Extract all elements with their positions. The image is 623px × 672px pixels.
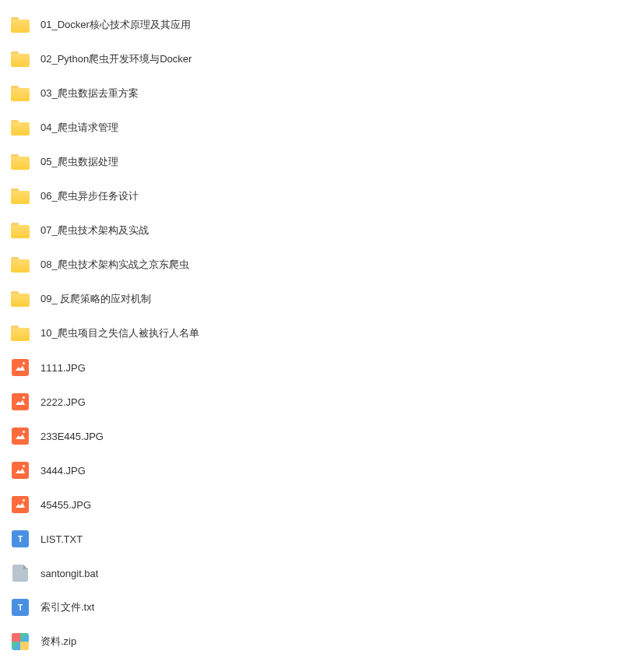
folder-icon [11, 187, 30, 206]
file-item[interactable]: 45455.JPG [0, 487, 623, 522]
text-file-icon: T [11, 530, 30, 548]
file-item[interactable]: 1111.JPG [0, 350, 623, 385]
file-name-label: 01_Docker核心技术原理及其应用 [40, 18, 191, 32]
file-name-label: 04_爬虫请求管理 [40, 121, 118, 135]
file-item[interactable]: 233E445.JPG [0, 419, 623, 453]
generic-file-icon [11, 564, 30, 582]
folder-icon [11, 153, 30, 171]
file-name-label: 03_爬虫数据去重方案 [40, 86, 139, 100]
folder-icon [11, 324, 30, 343]
file-item[interactable]: santongit.bat [0, 556, 623, 590]
file-name-label: 2222.JPG [40, 396, 86, 408]
file-name-label: 07_爬虫技术架构及实战 [40, 223, 149, 237]
file-item[interactable]: 07_爬虫技术架构及实战 [0, 213, 623, 248]
file-item[interactable]: 01_Docker核心技术原理及其应用 [0, 8, 623, 42]
folder-icon [11, 221, 30, 240]
file-name-label: LIST.TXT [40, 533, 83, 545]
folder-icon [11, 84, 30, 103]
image-icon [11, 427, 30, 445]
file-name-label: 索引文件.txt [40, 600, 94, 614]
file-item[interactable]: 04_爬虫请求管理 [0, 111, 623, 145]
file-item[interactable]: 10_爬虫项目之失信人被执行人名单 [0, 316, 623, 350]
image-icon [11, 495, 30, 514]
file-item[interactable]: 06_爬虫异步任务设计 [0, 179, 623, 213]
image-icon [11, 461, 30, 480]
file-name-label: 45455.JPG [40, 499, 91, 511]
file-name-label: 02_Python爬虫开发环境与Docker [40, 52, 192, 66]
folder-icon [11, 118, 30, 137]
folder-icon [11, 255, 30, 274]
archive-icon [11, 632, 30, 651]
file-name-label: 233E445.JPG [40, 431, 104, 442]
file-item[interactable]: 资料.zip [0, 625, 623, 659]
file-list: 01_Docker核心技术原理及其应用02_Python爬虫开发环境与Docke… [0, 8, 623, 659]
file-name-label: 06_爬虫异步任务设计 [40, 189, 139, 203]
file-item[interactable]: 03_爬虫数据去重方案 [0, 76, 623, 111]
file-item[interactable]: TLIST.TXT [0, 522, 623, 556]
file-name-label: 05_爬虫数据处理 [40, 155, 118, 169]
file-item[interactable]: 02_Python爬虫开发环境与Docker [0, 42, 623, 76]
file-name-label: 资料.zip [40, 635, 76, 649]
file-item[interactable]: 2222.JPG [0, 385, 623, 419]
file-name-label: santongit.bat [40, 568, 98, 579]
file-item[interactable]: 08_爬虫技术架构实战之京东爬虫 [0, 248, 623, 282]
file-name-label: 10_爬虫项目之失信人被执行人名单 [40, 326, 199, 340]
file-item[interactable]: 09_ 反爬策略的应对机制 [0, 282, 623, 316]
file-name-label: 3444.JPG [40, 465, 86, 477]
file-name-label: 09_ 反爬策略的应对机制 [40, 292, 151, 306]
file-item[interactable]: 05_爬虫数据处理 [0, 145, 623, 179]
file-item[interactable]: 3444.JPG [0, 453, 623, 487]
folder-icon [11, 16, 30, 34]
file-name-label: 08_爬虫技术架构实战之京东爬虫 [40, 258, 189, 272]
file-item[interactable]: T索引文件.txt [0, 590, 623, 625]
folder-icon [11, 50, 30, 69]
folder-icon [11, 290, 30, 308]
image-icon [11, 358, 30, 377]
text-file-icon: T [11, 598, 30, 617]
image-icon [11, 392, 30, 411]
file-name-label: 1111.JPG [40, 362, 86, 374]
